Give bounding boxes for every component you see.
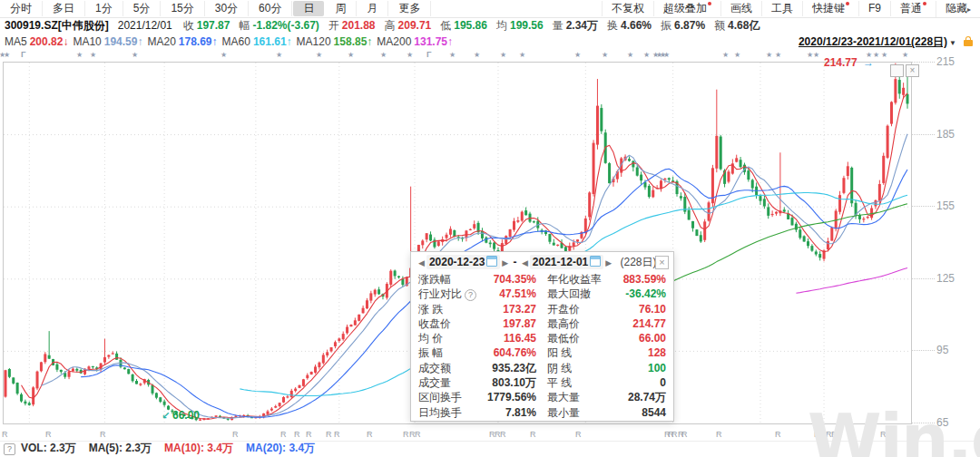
quote-field-label: 均 xyxy=(496,19,507,32)
event-star-marker[interactable]: ★ xyxy=(474,51,480,60)
tab-更多[interactable]: 更多 xyxy=(388,1,431,16)
event-star-marker[interactable]: ★ xyxy=(734,51,740,60)
event-star-marker[interactable]: ★ xyxy=(627,51,633,60)
calendar-icon[interactable] xyxy=(590,256,601,267)
calendar-icon[interactable] xyxy=(486,256,497,267)
tab-30分[interactable]: 30分 xyxy=(205,1,249,16)
quote-field-value: 209.71 xyxy=(398,19,432,32)
quote-field-label: 低 xyxy=(440,19,451,32)
event-star-marker[interactable]: ★ xyxy=(602,51,608,60)
report-marker[interactable]: R xyxy=(403,430,409,439)
tab-周[interactable]: 周 xyxy=(325,1,357,16)
event-star-marker[interactable]: ★ xyxy=(881,51,887,60)
event-star-marker[interactable]: ★ xyxy=(276,51,282,60)
stats-row: 收盘价197.87最高价214.77 xyxy=(411,316,673,331)
end-date-next-icon[interactable]: ▶ xyxy=(603,258,613,267)
event-star-marker[interactable]: ★ xyxy=(813,51,819,60)
report-marker[interactable]: R xyxy=(367,430,373,439)
event-star-marker[interactable]: ★ xyxy=(574,51,581,60)
report-marker[interactable]: R xyxy=(2,430,8,439)
tab-月[interactable]: 月 xyxy=(357,1,388,16)
event-star-marker[interactable]: ★ xyxy=(643,51,650,60)
event-star-marker[interactable]: ★ xyxy=(407,51,413,60)
toolbar-item-快捷键[interactable]: 快捷键 xyxy=(802,1,858,16)
report-marker[interactable]: R xyxy=(671,430,678,439)
panel-restore-icon[interactable] xyxy=(890,64,904,77)
report-marker[interactable]: R xyxy=(280,430,287,439)
event-star-marker[interactable]: ★ xyxy=(4,51,10,60)
report-marker[interactable]: R xyxy=(415,430,421,439)
event-flag-marker[interactable]: Γ xyxy=(426,50,431,59)
toolbar-item-工具[interactable]: 工具 xyxy=(761,1,802,16)
event-star-marker[interactable]: ★ xyxy=(722,51,729,60)
toolbar-item-画线[interactable]: 画线 xyxy=(720,1,761,16)
tab-15分[interactable]: 15分 xyxy=(161,1,204,16)
range-start-date[interactable]: 2020-12-23 xyxy=(429,256,485,268)
event-star-marker[interactable]: ★ xyxy=(775,51,781,60)
event-star-marker[interactable]: ★ xyxy=(380,51,387,60)
report-marker[interactable]: R xyxy=(500,430,506,439)
stat-value: 935.23亿 xyxy=(446,361,536,375)
report-marker[interactable]: R xyxy=(306,430,312,439)
y-axis-label: 155 xyxy=(936,199,955,212)
event-star-marker[interactable]: ★ xyxy=(90,51,96,60)
event-star-marker[interactable]: ★ xyxy=(519,51,525,60)
range-end-date[interactable]: 2021-12-01 xyxy=(533,256,588,268)
report-marker[interactable]: R xyxy=(775,430,781,439)
start-date-prev-icon[interactable]: ◀ xyxy=(416,258,426,267)
toolbar-item-F9[interactable]: F9 xyxy=(858,1,890,16)
event-star-marker[interactable]: ★ xyxy=(873,51,879,60)
end-date-prev-icon[interactable]: ◀ xyxy=(520,258,530,267)
event-star-marker[interactable]: ★ xyxy=(766,51,772,60)
event-star-marker[interactable]: ★ xyxy=(316,51,322,60)
report-marker[interactable]: R xyxy=(45,430,52,439)
gridline-extension xyxy=(911,278,935,279)
event-star-marker[interactable]: ★ xyxy=(220,51,227,60)
tab-1分[interactable]: 1分 xyxy=(85,1,123,16)
chevron-right-icon: ▸ xyxy=(967,5,971,14)
report-marker[interactable]: R xyxy=(294,430,300,439)
event-star-marker[interactable]: ★ xyxy=(132,51,138,60)
event-star-marker[interactable]: ★ xyxy=(449,51,456,60)
quote-field-label: 开 xyxy=(328,19,339,32)
toolbar-item-隐藏[interactable]: 隐藏▸ xyxy=(936,1,980,17)
close-icon[interactable]: × xyxy=(655,256,669,269)
report-marker[interactable]: R xyxy=(681,430,688,439)
event-star-marker[interactable]: ★ xyxy=(348,51,354,60)
ma-bar: MA5200.82↓MA10194.59↑MA20178.69↑MA60161.… xyxy=(0,34,980,50)
stats-row: 涨跌幅704.35%年化收益率883.59% xyxy=(411,272,673,287)
event-flag-marker[interactable]: Γ xyxy=(21,50,25,59)
date-range-text: 2020/12/23-2021/12/01(228日) xyxy=(799,35,947,48)
tab-多日[interactable]: 多日 xyxy=(43,1,85,16)
tab-日[interactable]: 日 xyxy=(293,1,324,16)
toolbar-item-超级叠加[interactable]: 超级叠加 xyxy=(653,1,720,16)
tab-分时[interactable]: 分时 xyxy=(0,1,43,16)
stat-label: 平 线 xyxy=(547,375,572,390)
date-range-selector[interactable]: 2020/12/23-2021/12/01(228日)▼ xyxy=(799,34,956,52)
toolbar-item-不复权[interactable]: 不复权 xyxy=(602,1,653,16)
report-marker[interactable]: R xyxy=(232,430,239,439)
report-marker[interactable]: R xyxy=(530,430,536,439)
stat-label: 开盘价 xyxy=(547,302,580,316)
report-marker[interactable]: R xyxy=(100,430,106,439)
event-star-marker[interactable]: ★ xyxy=(663,51,670,60)
lock-icon[interactable] xyxy=(964,40,973,46)
report-marker[interactable]: R xyxy=(575,430,582,439)
chart-area: 214.77 → ↙ 66.00 × ◀2020-12-23▶ - ◀2021-… xyxy=(0,50,980,441)
report-marker[interactable]: R xyxy=(334,430,340,439)
event-star-marker[interactable]: ★ xyxy=(76,51,83,60)
toolbar-item-普通[interactable]: 普通 xyxy=(890,1,936,16)
event-star-marker[interactable]: ★ xyxy=(902,51,908,60)
panel-close-icon[interactable]: × xyxy=(906,64,919,77)
tab-5分[interactable]: 5分 xyxy=(123,1,162,16)
report-marker[interactable]: R xyxy=(716,430,722,439)
report-marker[interactable]: R xyxy=(326,430,332,439)
event-star-marker[interactable]: ★ xyxy=(500,51,506,60)
tab-60分[interactable]: 60分 xyxy=(249,1,292,16)
ma-label: MA60 xyxy=(222,35,250,48)
start-date-next-icon[interactable]: ▶ xyxy=(500,258,510,267)
stat-label: 振 幅 xyxy=(418,345,443,360)
stats-row: 均 价116.45最低价66.00 xyxy=(411,331,673,345)
quote-field-label: 振 xyxy=(661,19,671,32)
quote-field-value: 4.68亿 xyxy=(728,19,760,32)
